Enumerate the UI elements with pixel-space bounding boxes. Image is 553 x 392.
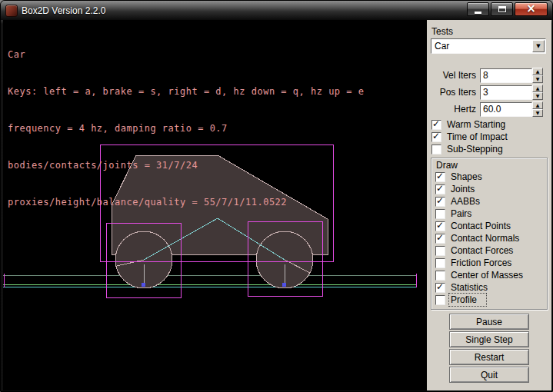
checkbox-label: Statistics: [449, 281, 497, 294]
checkbox-label: Contact Points: [449, 220, 520, 232]
spinner-up-icon: ▲: [536, 69, 540, 74]
pos-iters-arrows: ▲ ▼: [532, 85, 543, 100]
checkbox-icon: ✓: [435, 209, 445, 219]
draw-group: Draw ✓ Shapes ✓ Joints ✓ AABBs ✓ Pairs: [431, 158, 548, 310]
spinner-up-button[interactable]: ▲: [532, 85, 543, 92]
checkbox-aabbs[interactable]: ✓ AABBs: [435, 195, 547, 208]
check-icon: ✓: [436, 183, 444, 194]
checkbox-sub-stepping[interactable]: ✓ Sub-Stepping: [431, 143, 548, 155]
spinner-up-icon: ▲: [536, 86, 540, 91]
pos-iters-label: Pos Iters: [440, 87, 476, 98]
checkbox-label: Profile: [449, 294, 486, 306]
simulation-canvas[interactable]: Car Keys: left = a, brake = s, right = d…: [3, 20, 427, 390]
spinner-down-button[interactable]: ▼: [532, 92, 543, 100]
overlay-quality: proxies/height/balance/quality = 55/7/1/…: [8, 196, 364, 208]
check-icon: ✓: [436, 171, 444, 181]
checkbox-icon: ✓: [435, 258, 445, 268]
draw-group-title: Draw: [435, 160, 547, 171]
checkbox-contact-forces[interactable]: ✓ Contact Forces: [435, 244, 547, 257]
tests-label: Tests: [431, 26, 548, 37]
checkbox-contact-points[interactable]: ✓ Contact Points: [435, 220, 547, 232]
checkbox-label: Warm Starting: [445, 118, 515, 131]
checkbox-icon: ✓: [435, 221, 445, 231]
window-content: Car Keys: left = a, brake = s, right = d…: [3, 20, 551, 390]
spinner-up-button[interactable]: ▲: [532, 101, 543, 109]
checkbox-icon: ✓: [435, 172, 445, 182]
spinner-down-button[interactable]: ▼: [532, 109, 543, 117]
check-icon: ✓: [432, 118, 440, 129]
solver-toggles: ✓ Warm Starting ✓ Time of Impact ✓ Sub-S…: [431, 118, 548, 155]
vel-iters-input[interactable]: [480, 68, 532, 83]
check-icon: ✓: [436, 232, 444, 243]
checkbox-profile[interactable]: ✓ Profile: [435, 294, 547, 306]
pos-iters-input[interactable]: [480, 85, 532, 100]
hertz-arrows: ▲ ▼: [532, 101, 543, 117]
checkbox-shapes[interactable]: ✓ Shapes: [435, 171, 547, 183]
vel-iters-spinner: Vel Iters ▲ ▼: [431, 68, 548, 83]
checkbox-icon: ✓: [435, 246, 445, 256]
close-button[interactable]: ×: [515, 2, 548, 16]
checkbox-time-of-impact[interactable]: ✓ Time of Impact: [431, 131, 548, 143]
close-icon: ×: [526, 3, 536, 15]
overlay-test-name: Car: [8, 48, 364, 61]
check-icon: ✓: [436, 195, 444, 206]
maximize-icon: [498, 6, 506, 12]
overlay-params: frequency = 4 hz, damping ratio = 0.7: [8, 122, 364, 135]
spinner-up-icon: ▲: [536, 103, 540, 108]
checkbox-icon: ✓: [431, 132, 441, 142]
hertz-input[interactable]: [480, 102, 532, 117]
debug-text-overlay: Car Keys: left = a, brake = s, right = d…: [8, 24, 364, 233]
spinner-down-icon: ▼: [536, 111, 540, 115]
minimize-icon: [475, 12, 481, 14]
check-icon: ✓: [432, 131, 440, 141]
checkbox-icon: ✓: [435, 283, 445, 293]
checkbox-center-of-masses[interactable]: ✓ Center of Masses: [435, 269, 547, 281]
single-step-button[interactable]: Single Step: [449, 331, 529, 347]
restart-button[interactable]: Restart: [449, 349, 529, 365]
checkbox-icon: ✓: [435, 295, 445, 305]
pos-iters-spinner: Pos Iters ▲ ▼: [431, 85, 548, 100]
rear-contact-point: [142, 283, 145, 287]
vel-iters-up-button[interactable]: ▲: [532, 68, 543, 75]
dropdown-arrow-icon[interactable]: ▼: [532, 40, 545, 52]
checkbox-friction-forces[interactable]: ✓ Friction Forces: [435, 257, 547, 269]
checkbox-label: Center of Masses: [449, 269, 532, 281]
checkbox-icon: ✓: [431, 120, 441, 130]
vel-iters-arrows: ▲ ▼: [532, 68, 543, 83]
check-icon: ✓: [436, 220, 444, 231]
checkbox-contact-normals[interactable]: ✓ Contact Normals: [435, 232, 547, 244]
app-icon: [5, 5, 18, 17]
minimize-button[interactable]: [467, 2, 489, 16]
checkbox-icon: ✓: [435, 184, 445, 194]
checkbox-statistics[interactable]: ✓ Statistics: [435, 281, 547, 294]
checkbox-icon: ✓: [435, 271, 445, 281]
checkbox-label: Contact Normals: [449, 232, 528, 244]
spinner-down-icon: ▼: [536, 77, 540, 81]
checkbox-pairs[interactable]: ✓ Pairs: [435, 208, 547, 220]
checkbox-icon: ✓: [435, 197, 445, 207]
quit-button[interactable]: Quit: [449, 367, 529, 383]
spinner-down-icon: ▼: [536, 94, 540, 98]
checkbox-label: Pairs: [449, 208, 481, 220]
caption-buttons: ×: [467, 2, 548, 16]
control-panel: Tests Car ▼ Vel Iters ▲ ▼ Pos Iters: [427, 20, 551, 390]
checkbox-label: Friction Forces: [449, 257, 521, 269]
checkbox-label: Sub-Stepping: [445, 143, 512, 155]
front-contact-point: [282, 283, 286, 287]
test-select[interactable]: Car ▼: [431, 38, 546, 54]
check-icon: ✓: [436, 281, 444, 292]
titlebar[interactable]: Box2D Version 2.2.0 ×: [1, 1, 552, 20]
overlay-stats: bodies/contacts/joints = 31/7/24: [8, 159, 364, 171]
checkbox-label: Contact Forces: [449, 244, 522, 257]
overlay-keys: Keys: left = a, brake = s, right = d, hz…: [8, 85, 364, 98]
vel-iters-down-button[interactable]: ▼: [532, 75, 543, 83]
maximize-button[interactable]: [491, 2, 513, 16]
checkbox-label: Time of Impact: [445, 131, 517, 143]
checkbox-warm-starting[interactable]: ✓ Warm Starting: [431, 118, 548, 131]
checkbox-joints[interactable]: ✓ Joints: [435, 183, 547, 195]
checkbox-icon: ✓: [431, 145, 441, 154]
pause-button[interactable]: Pause: [449, 314, 529, 330]
checkbox-label: Shapes: [449, 171, 491, 183]
hertz-spinner: Hertz ▲ ▼: [431, 101, 548, 117]
window-title: Box2D Version 2.2.0: [22, 5, 105, 16]
